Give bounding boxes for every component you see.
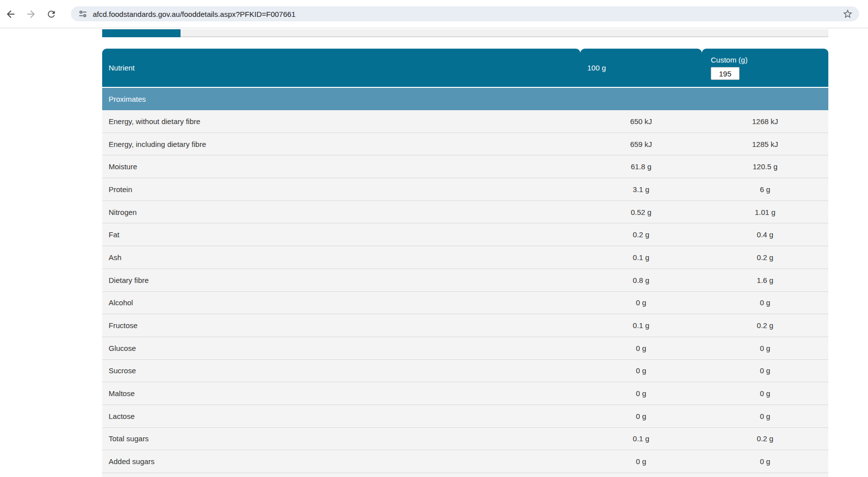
table-row: Added sugars 0 g 0 g [102,450,828,473]
nutrient-name-cell: Added sugars [102,457,580,466]
header-custom: Custom (g) [702,49,828,87]
per-100g-value-cell: 0 g [580,457,702,466]
per-100g-value-cell: 3.1 g [580,185,702,194]
refresh-icon [46,9,57,19]
table-row: Alcohol 0 g 0 g [102,292,828,315]
url-text: afcd.foodstandards.gov.au/fooddetails.as… [93,10,842,18]
per-100g-value-cell: 61.8 g [580,162,702,171]
per-100g-value-cell: 0 g [580,412,702,420]
nutrient-name-cell: Nitrogen [102,208,580,216]
back-button[interactable] [3,6,18,21]
back-arrow-icon [5,8,16,20]
custom-value-cell: 1.01 g [702,208,828,216]
nutrient-name-cell: Alcohol [102,298,580,307]
table-header-row: Nutrient 100 g Custom (g) [102,49,828,87]
custom-value-cell: 0 g [702,412,828,420]
table-row: Ash 0.1 g 0.2 g [102,246,828,269]
table-row: Fructose 0.1 g 0.2 g [102,314,828,337]
nutrient-name-cell: Energy, including dietary fibre [102,140,580,148]
per-100g-value-cell: 0.52 g [580,208,702,216]
custom-value-cell: 0 g [702,389,828,398]
per-100g-value-cell: 0 g [580,344,702,352]
nutrient-name-cell: Fructose [102,321,580,330]
table-row: Fat 0.2 g 0.4 g [102,223,828,246]
custom-value-cell: 0.2 g [702,253,828,262]
custom-value-cell: 6 g [702,185,828,194]
refresh-button[interactable] [44,6,59,21]
table-row: Energy, without dietary fibre 650 kJ 126… [102,110,828,133]
browser-window: afcd.foodstandards.gov.au/fooddetails.as… [0,0,868,477]
nutrient-name-cell: Glucose [102,344,580,352]
per-100g-value-cell: 0.8 g [580,276,702,284]
section-label: Proximates [109,95,146,103]
custom-value-cell: 0 g [702,366,828,375]
custom-value-cell: 1.6 g [702,276,828,284]
custom-value-cell: 0.2 g [702,434,828,443]
browser-toolbar: afcd.foodstandards.gov.au/fooddetails.as… [0,0,868,28]
url-bar[interactable]: afcd.foodstandards.gov.au/fooddetails.as… [71,6,859,21]
custom-value-cell: 0 g [702,457,828,466]
table-row: Total sugars 0.1 g 0.2 g [102,428,828,451]
nutrient-table: Nutrient 100 g Custom (g) Proximates Ene… [102,49,828,477]
nutrient-name-cell: Protein [102,185,580,194]
per-100g-value-cell: 0.2 g [580,230,702,239]
custom-value-cell: 1285 kJ [702,140,828,148]
page-tab-strip [102,29,828,37]
nutrient-name-cell: Lactose [102,412,580,420]
header-nutrient: Nutrient [102,49,580,87]
table-row: Sucrose 0 g 0 g [102,360,828,383]
custom-value-cell: 0.2 g [702,321,828,330]
bookmark-button[interactable] [842,8,853,19]
table-row: Nitrogen 0.52 g 1.01 g [102,201,828,224]
custom-grams-input[interactable] [711,67,740,80]
tab-strip-background [181,29,828,37]
table-row: Dietary fibre 0.8 g 1.6 g [102,269,828,292]
nutrient-name-cell: Dietary fibre [102,276,580,284]
nutrient-name-cell: Total sugars [102,434,580,443]
custom-value-cell: 0.4 g [702,230,828,239]
custom-value-cell: 0 g [702,298,828,307]
custom-value-cell: 0 g [702,344,828,352]
active-page-tab[interactable] [102,29,181,37]
table-row: Maltose 0 g 0 g [102,382,828,405]
custom-value-cell: 120.5 g [702,162,828,171]
table-row: Glucose 0 g 0 g [102,337,828,360]
table-row: Protein 3.1 g 6 g [102,178,828,201]
table-row: Energy, including dietary fibre 659 kJ 1… [102,133,828,156]
table-row: Lactose 0 g 0 g [102,405,828,428]
per-100g-value-cell: 0.1 g [580,253,702,262]
per-100g-value-cell: 650 kJ [580,117,702,126]
per-100g-value-cell: 0 g [580,389,702,398]
section-header-proximates: Proximates [102,88,828,110]
nutrient-name-cell: Moisture [102,162,580,171]
site-info-icon[interactable] [78,9,88,19]
per-100g-value-cell: 0 g [580,298,702,307]
table-row: Moisture 61.8 g 120.5 g [102,155,828,178]
per-100g-value-cell: 0.1 g [580,321,702,330]
nutrient-name-cell: Energy, without dietary fibre [102,117,580,126]
table-body: Energy, without dietary fibre 650 kJ 126… [102,110,828,473]
nutrient-name-cell: Maltose [102,389,580,398]
custom-value-cell: 1268 kJ [702,117,828,126]
nutrient-name-cell: Sucrose [102,366,580,375]
nutrient-name-cell: Fat [102,230,580,239]
forward-button[interactable] [23,6,38,21]
header-custom-label: Custom (g) [711,56,747,64]
nutrient-name-cell: Ash [102,253,580,262]
per-100g-value-cell: 0 g [580,366,702,375]
per-100g-value-cell: 659 kJ [580,140,702,148]
forward-arrow-icon [25,8,37,20]
per-100g-value-cell: 0.1 g [580,434,702,443]
bookmark-star-icon [842,8,853,19]
header-per-100g: 100 g [580,49,702,87]
partial-next-row [102,473,828,477]
